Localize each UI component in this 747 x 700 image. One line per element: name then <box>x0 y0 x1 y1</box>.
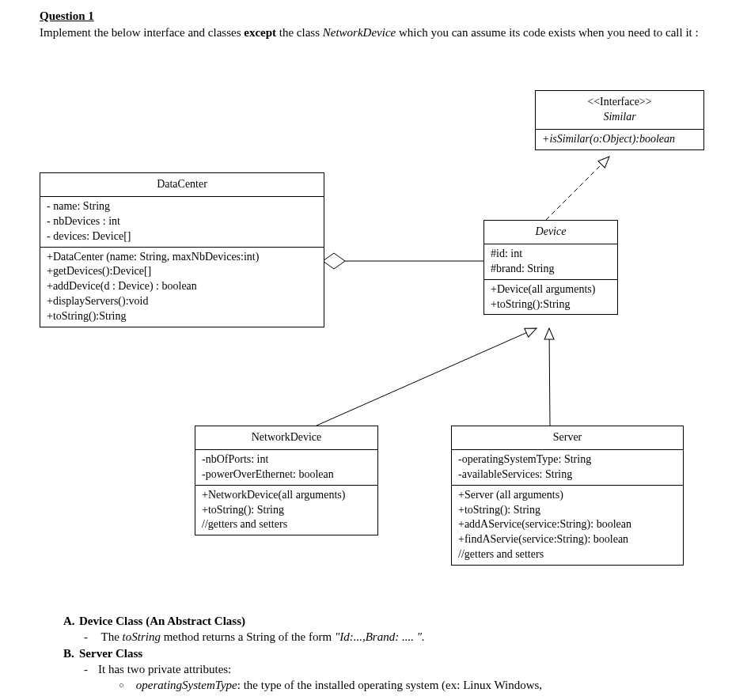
uml-datacenter-method-2: +getDevices():Device[] <box>47 264 317 279</box>
prompt-bold: except <box>244 26 276 39</box>
note-b-subitem-1-post: : the type of the installed operating sy… <box>237 679 542 691</box>
uml-datacenter-attr-2: - nbDevices : int <box>47 214 317 229</box>
uml-networkdevice-method-3: //getters and setters <box>202 517 371 532</box>
question-heading: Question 1 <box>40 9 747 23</box>
uml-server-method-4: +findAServie(service:String): boolean <box>458 532 677 547</box>
note-a-item-1-pre: The <box>100 630 122 643</box>
note-a-item-1-ital2: "Id:...,Brand: .... ". <box>335 630 425 643</box>
uml-device-methods: +Device(all arguments) +toString():Strin… <box>484 280 617 315</box>
uml-class-similar: <<Interface>> Similar +isSimilar(o:Objec… <box>535 90 704 150</box>
uml-networkdevice-attr-2: -powerOverEthernet: boolean <box>202 467 371 482</box>
note-a-item-1-ital1: toString <box>123 630 161 643</box>
uml-device-attr-1: #id: int <box>491 247 611 262</box>
prompt-ital: NetworkDevice <box>323 26 396 39</box>
note-a-letter: A. <box>63 613 79 629</box>
prompt-post: which you can assume its code exists whe… <box>396 26 698 39</box>
question-prompt: Implement the below interface and classe… <box>40 25 704 40</box>
uml-similar-title: <<Interface>> Similar <box>536 91 703 130</box>
uml-device-title: Device <box>484 221 617 244</box>
uml-similar-name: Similar <box>542 110 697 125</box>
uml-datacenter-attr-1: - name: String <box>47 199 317 214</box>
uml-server-method-2: +toString(): String <box>458 503 677 518</box>
note-a-item-1: The toString method returns a String of … <box>98 629 696 645</box>
uml-networkdevice-attrs: -nbOfPorts: int -powerOverEthernet: bool… <box>195 450 377 486</box>
uml-device-method-2: +toString():String <box>491 297 611 312</box>
uml-server-title: Server <box>452 426 683 450</box>
note-b-title: Server Class <box>79 647 142 660</box>
uml-datacenter-title: DataCenter <box>40 173 324 197</box>
note-a-heading: A.Device Class (An Abstract Class) <box>63 613 696 629</box>
uml-networkdevice-method-2: +toString(): String <box>202 503 371 518</box>
uml-datacenter-method-3: +addDevice(d : Device) : boolean <box>47 279 317 294</box>
uml-class-server: Server -operatingSystemType: String -ava… <box>451 426 684 566</box>
uml-similar-methods: +isSimilar(o:Object):boolean <box>536 130 703 149</box>
uml-datacenter-method-4: +displayServers():void <box>47 294 317 309</box>
uml-diagram: Similar (realization, dashed, open trian… <box>40 87 736 593</box>
svg-line-2 <box>317 328 537 426</box>
uml-datacenter-methods: +DataCenter (name: String, maxNbDevices:… <box>40 248 324 327</box>
uml-class-datacenter: DataCenter - name: String - nbDevices : … <box>40 172 324 327</box>
uml-server-attr-1: -operatingSystemType: String <box>458 452 677 467</box>
note-a-item-1-mid: method returns a String of the form <box>161 630 335 643</box>
uml-networkdevice-title: NetworkDevice <box>195 426 377 450</box>
uml-similar-stereotype: <<Interface>> <box>542 95 697 110</box>
uml-device-method-1: +Device(all arguments) <box>491 282 611 297</box>
uml-class-device: Device #id: int #brand: String +Device(a… <box>483 220 618 315</box>
note-b-heading: B.Server Class <box>63 645 696 661</box>
svg-line-3 <box>549 328 550 426</box>
note-b-subitem-1-ital: operatingSystemType <box>136 679 237 691</box>
uml-server-methods: +Server (all arguments) +toString(): Str… <box>452 486 683 565</box>
page: Question 1 Implement the below interface… <box>0 0 747 700</box>
note-b-subitem-1: operatingSystemType: the type of the ins… <box>133 677 696 693</box>
uml-datacenter-attr-3: - devices: Device[] <box>47 229 317 244</box>
prompt-mid: the class <box>276 26 323 39</box>
uml-networkdevice-attr-1: -nbOfPorts: int <box>202 452 371 467</box>
uml-server-attrs: -operatingSystemType: String -availableS… <box>452 450 683 486</box>
uml-server-method-5: //getters and setters <box>458 547 677 562</box>
note-b-item-1: It has two private attributes: <box>98 661 696 677</box>
uml-device-attrs: #id: int #brand: String <box>484 244 617 280</box>
uml-server-method-1: +Server (all arguments) <box>458 488 677 503</box>
uml-datacenter-method-5: +toString():String <box>47 309 317 324</box>
uml-datacenter-attrs: - name: String - nbDevices : int - devic… <box>40 197 324 248</box>
notes-section: A.Device Class (An Abstract Class) The t… <box>63 613 696 693</box>
uml-class-networkdevice: NetworkDevice -nbOfPorts: int -powerOver… <box>195 426 378 535</box>
note-b-letter: B. <box>63 645 79 661</box>
uml-similar-method-1: +isSimilar(o:Object):boolean <box>542 132 697 147</box>
prompt-pre: Implement the below interface and classe… <box>40 26 244 39</box>
svg-line-0 <box>546 157 609 220</box>
uml-server-method-3: +addAService(service:String): boolean <box>458 517 677 532</box>
uml-networkdevice-methods: +NetworkDevice(all arguments) +toString(… <box>195 486 377 535</box>
uml-networkdevice-method-1: +NetworkDevice(all arguments) <box>202 488 371 503</box>
uml-server-attr-2: -availableServices: String <box>458 467 677 482</box>
note-a-title: Device Class (An Abstract Class) <box>79 615 245 627</box>
uml-datacenter-method-1: +DataCenter (name: String, maxNbDevices:… <box>47 250 317 265</box>
uml-device-attr-2: #brand: String <box>491 262 611 277</box>
